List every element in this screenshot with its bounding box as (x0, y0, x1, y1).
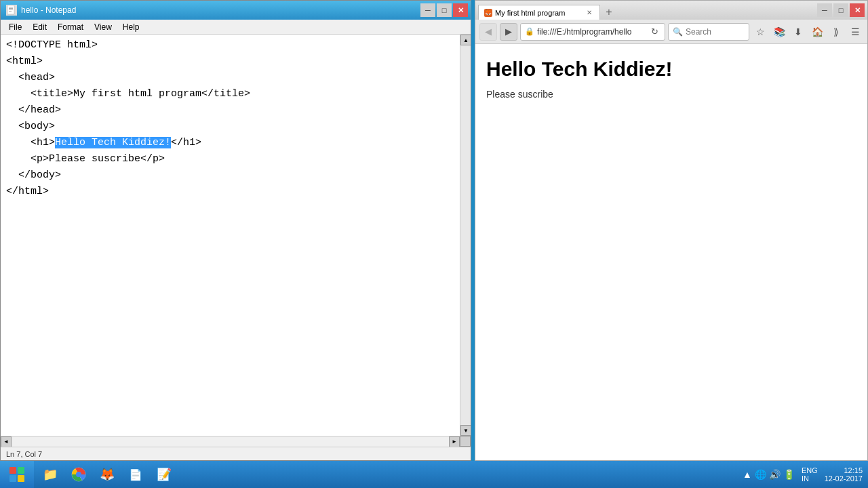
bookmark-star-button[interactable]: ☆ (752, 24, 768, 40)
scroll-down-button[interactable]: ▼ (460, 425, 471, 436)
file-explorer-icon: 📁 (42, 466, 58, 483)
scroll-track (460, 45, 471, 425)
tray-volume-icon[interactable]: 🔊 (769, 469, 781, 480)
search-icon: 🔍 (673, 27, 683, 37)
windows-logo (9, 467, 24, 482)
browser-toolbar: ◀ ▶ 🔒 ↻ 🔍 ☆ 📚 ⬇ 🏠 ⟫ ☰ (475, 20, 867, 44)
code-line-9: </body> (6, 167, 454, 184)
system-clock[interactable]: 12:15 12-02-2017 (825, 466, 863, 483)
scrollbar-corner (460, 436, 471, 447)
menu-view[interactable]: View (89, 21, 117, 33)
browser-close-button[interactable]: ✕ (850, 3, 865, 17)
code-line-6: <body> (6, 119, 454, 135)
page-heading: Hello Tech Kiddiez! (486, 58, 856, 81)
code-line-10: </html> (6, 184, 454, 200)
hscroll-left-button[interactable]: ◄ (1, 436, 12, 447)
chrome-icon (71, 466, 87, 483)
taskbar-chrome[interactable] (65, 463, 92, 486)
taskbar: 📁 🦊 📄 📝 (0, 461, 868, 488)
notepad-statusbar: Ln 7, Col 7 (1, 447, 471, 460)
notepad-hscrollbar[interactable]: ◄ ► (1, 436, 460, 447)
tab-favicon: 🦊 (484, 9, 492, 17)
code-line-2: <html> (6, 54, 454, 70)
notepad-taskbar-icon: 📝 (156, 466, 172, 483)
new-tab-button[interactable]: + (601, 5, 616, 20)
browser-tabs: 🦊 My first html program ✕ + (475, 1, 616, 20)
search-container: 🔍 (668, 23, 749, 41)
download-button[interactable]: ⬇ (790, 24, 806, 40)
svg-rect-1 (9, 7, 13, 7)
browser-tab-active[interactable]: 🦊 My first html program ✕ (478, 5, 600, 20)
code-line-8: <p>Please suscribe</p> (6, 151, 454, 167)
menu-edit[interactable]: Edit (27, 21, 52, 33)
code-line-7: <h1>Hello Tech Kiddiez!</h1> (6, 135, 454, 151)
notepad-maximize-button[interactable]: □ (437, 3, 452, 17)
address-bar-container: 🔒 ↻ (520, 23, 665, 41)
taskbar-tray: ▲ 🌐 🔊 🔋 ENG IN 12:15 12-02-2017 (737, 466, 868, 483)
notepad-titlebar: hello - Notepad ─ □ ✕ (1, 1, 471, 20)
browser-window: 🦊 My first html program ✕ + ─ □ ✕ ◀ ▶ 🔒 … (475, 0, 868, 461)
language-indicator[interactable]: ENG IN (799, 466, 821, 483)
firefox-icon: 🦊 (99, 466, 115, 483)
notepad-content-area: <!DOCTYPE html> <html> <head> <title>My … (1, 35, 471, 436)
acrobat-icon: 📄 (127, 466, 144, 483)
notepad-window: hello - Notepad ─ □ ✕ File Edit Format V… (0, 0, 471, 461)
code-line-1: <!DOCTYPE html> (6, 37, 454, 54)
menu-help[interactable]: Help (117, 21, 145, 33)
taskbar-items: 📁 🦊 📄 📝 (34, 463, 737, 486)
menu-format[interactable]: Format (52, 21, 89, 33)
lock-icon: 🔒 (525, 27, 534, 36)
menu-file[interactable]: File (3, 21, 27, 33)
notepad-title: hello - Notepad (21, 5, 76, 15)
address-bar[interactable] (537, 27, 646, 37)
taskbar-firefox[interactable]: 🦊 (94, 463, 121, 486)
notepad-minimize-button[interactable]: ─ (420, 3, 435, 17)
notepad-status-text: Ln 7, Col 7 (6, 450, 42, 458)
browser-titlebar-buttons: ─ □ ✕ (817, 3, 865, 17)
notepad-app-icon (6, 5, 17, 16)
hscroll-right-button[interactable]: ► (449, 436, 460, 447)
search-input[interactable] (686, 27, 740, 37)
browser-minimize-button[interactable]: ─ (817, 3, 832, 17)
taskbar-file-explorer[interactable]: 📁 (37, 463, 64, 486)
tab-close-button[interactable]: ✕ (585, 8, 594, 18)
start-button[interactable] (0, 461, 34, 488)
forward-button[interactable]: ▶ (500, 23, 517, 41)
system-tray-icons: ▲ 🌐 🔊 🔋 (743, 469, 795, 480)
clock-time: 12:15 (844, 466, 863, 474)
highlighted-h1-text: Hello Tech Kiddiez! (55, 137, 171, 148)
taskbar-acrobat[interactable]: 📄 (122, 463, 149, 486)
bookmark-manager-button[interactable]: 📚 (771, 24, 787, 40)
scroll-up-button[interactable]: ▲ (460, 35, 471, 45)
tab-title: My first html program (495, 9, 565, 17)
code-line-4: <title>My first html program</title> (6, 86, 454, 102)
tray-arrow-icon[interactable]: ▲ (743, 469, 752, 480)
notepad-titlebar-buttons: ─ □ ✕ (420, 3, 468, 17)
tray-battery-icon[interactable]: 🔋 (783, 469, 795, 480)
menu-button[interactable]: ☰ (847, 24, 863, 40)
notepad-editor[interactable]: <!DOCTYPE html> <html> <head> <title>My … (1, 35, 460, 436)
tray-network-icon[interactable]: 🌐 (755, 469, 766, 480)
toolbar-right: ☆ 📚 ⬇ 🏠 ⟫ ☰ (752, 24, 863, 40)
notepad-bottom: ◄ ► (1, 436, 471, 447)
home-button[interactable]: 🏠 (809, 24, 825, 40)
code-line-5: </head> (6, 102, 454, 119)
back-button[interactable]: ◀ (479, 23, 497, 41)
browser-titlebar: 🦊 My first html program ✕ + ─ □ ✕ (475, 1, 867, 20)
svg-rect-2 (9, 8, 13, 9)
nav-more-button[interactable]: ⟫ (828, 24, 844, 40)
notepad-vscrollbar[interactable]: ▲ ▼ (460, 35, 471, 436)
browser-content: Hello Tech Kiddiez! Please suscribe (475, 44, 867, 460)
page-paragraph: Please suscribe (486, 89, 856, 100)
code-line-3: <head> (6, 70, 454, 86)
notepad-menubar: File Edit Format View Help (1, 20, 471, 35)
notepad-close-button[interactable]: ✕ (453, 3, 468, 17)
svg-point-7 (76, 472, 81, 477)
browser-maximize-button[interactable]: □ (833, 3, 848, 17)
taskbar-notepad[interactable]: 📝 (151, 463, 178, 486)
clock-date: 12-02-2017 (825, 474, 863, 483)
svg-rect-3 (9, 9, 13, 10)
reload-button[interactable]: ↻ (648, 26, 660, 38)
svg-rect-4 (9, 11, 12, 12)
